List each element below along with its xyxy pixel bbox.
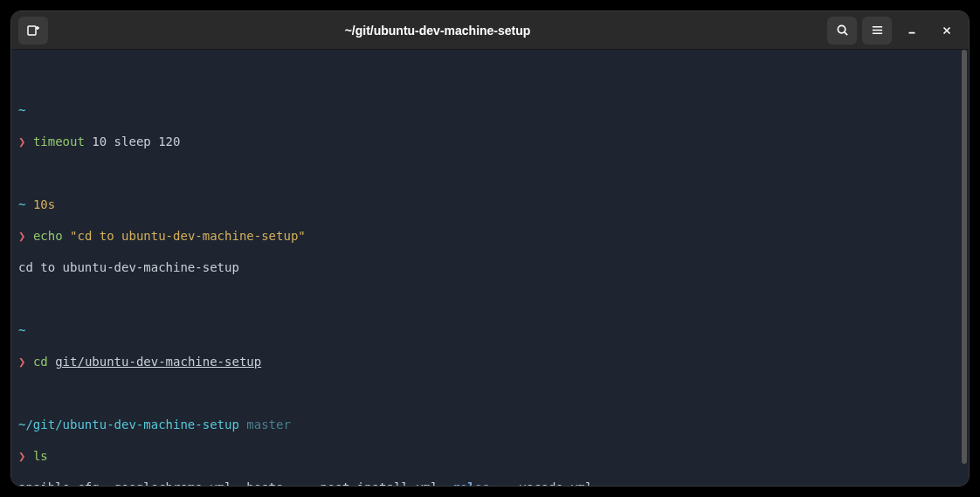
- space: [48, 355, 55, 369]
- line: ~ 10s: [18, 197, 962, 212]
- file: ansible.cfg: [18, 480, 114, 486]
- file: post_install.yml: [321, 480, 453, 486]
- path: git/ubuntu-dev-machine-setup: [55, 355, 261, 369]
- dir: roles: [452, 480, 489, 486]
- line: ❯ cd git/ubuntu-dev-machine-setup: [18, 354, 962, 369]
- prompt-arrow: ❯: [18, 355, 25, 369]
- prompt-cwd: ~: [18, 323, 25, 337]
- line: [18, 165, 962, 181]
- prompt-arrow: ❯: [18, 135, 25, 148]
- scrollbar-thumb[interactable]: [962, 50, 967, 464]
- file: googlechrome.yml: [114, 480, 247, 486]
- prompt-arrow: ❯: [18, 229, 25, 243]
- cmd: timeout: [33, 135, 85, 148]
- svg-rect-0: [28, 26, 36, 35]
- prompt-cwd: ~: [18, 197, 25, 211]
- pad: [489, 480, 519, 486]
- search-icon: [836, 24, 849, 37]
- ls-output-row: ansible.cfg googlechrome.yml hosts post_…: [18, 480, 962, 486]
- svg-point-3: [838, 25, 845, 32]
- string: "cd to ubuntu-dev-machine-setup": [70, 229, 306, 243]
- line: [18, 291, 962, 307]
- terminal-window: ~/git/ubuntu-dev-machine-setup: [10, 10, 970, 487]
- cmd: ls: [33, 449, 48, 463]
- line: ❯ ls: [18, 448, 962, 464]
- space: [63, 229, 70, 243]
- cmd: cd: [33, 355, 48, 369]
- line: ~/git/ubuntu-dev-machine-setup master: [18, 417, 962, 432]
- line: [18, 385, 962, 401]
- prompt-cwd: ~: [18, 103, 25, 117]
- line: ❯ echo "cd to ubuntu-dev-machine-setup": [18, 228, 962, 244]
- titlebar: ~/git/ubuntu-dev-machine-setup: [11, 11, 969, 50]
- hamburger-icon: [871, 24, 884, 37]
- minimize-button[interactable]: [897, 17, 927, 45]
- line: ~: [18, 322, 962, 338]
- args: 10 sleep 120: [85, 135, 181, 148]
- terminal-body[interactable]: ~ ❯ timeout 10 sleep 120 ~ 10s ❯ echo "c…: [11, 50, 969, 486]
- window-title: ~/git/ubuntu-dev-machine-setup: [48, 24, 827, 38]
- terminal-content: ~ ❯ timeout 10 sleep 120 ~ 10s ❯ echo "c…: [18, 55, 962, 486]
- titlebar-left: [18, 17, 48, 45]
- titlebar-right: [827, 17, 962, 45]
- duration: 10s: [33, 197, 55, 211]
- branch: master: [239, 418, 291, 431]
- prompt-cwd: ~/git/ubuntu-dev-machine-setup: [18, 418, 239, 431]
- close-button[interactable]: [932, 17, 962, 45]
- new-tab-button[interactable]: [18, 17, 48, 45]
- line: ❯ timeout 10 sleep 120: [18, 134, 962, 149]
- line: ~: [18, 102, 962, 118]
- scrollbar-track[interactable]: [960, 50, 969, 486]
- hamburger-menu-button[interactable]: [862, 17, 892, 45]
- new-tab-icon: [26, 24, 40, 38]
- file: vscode.yml: [519, 480, 592, 486]
- file: hosts: [246, 480, 320, 486]
- cmd: echo: [33, 229, 63, 243]
- search-button[interactable]: [827, 17, 857, 45]
- minimize-icon: [906, 24, 918, 37]
- close-icon: [941, 24, 953, 37]
- svg-line-4: [844, 32, 846, 35]
- prompt-arrow: ❯: [18, 449, 25, 463]
- line: [18, 71, 962, 86]
- line-output: cd to ubuntu-dev-machine-setup: [18, 259, 962, 275]
